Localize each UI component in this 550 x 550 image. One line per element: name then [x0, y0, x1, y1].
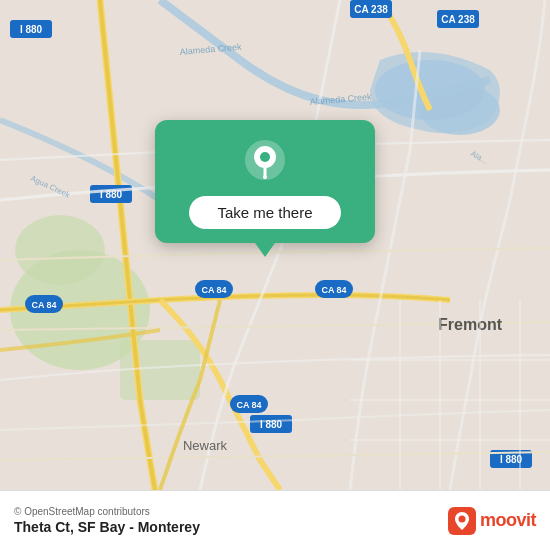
- bottom-bar: © OpenStreetMap contributors Theta Ct, S…: [0, 490, 550, 550]
- svg-text:I 880: I 880: [500, 454, 523, 465]
- map-container: I 880 I 880 I 880 I 880 CA 84 CA 84 CA 8…: [0, 0, 550, 490]
- popup-tail: [255, 243, 275, 257]
- svg-text:CA 84: CA 84: [321, 285, 346, 295]
- svg-text:CA 84: CA 84: [31, 300, 56, 310]
- svg-point-42: [263, 175, 267, 179]
- svg-text:CA 238: CA 238: [441, 14, 475, 25]
- svg-point-41: [260, 152, 270, 162]
- moovit-logo[interactable]: moovit: [448, 507, 536, 535]
- map-svg: I 880 I 880 I 880 I 880 CA 84 CA 84 CA 8…: [0, 0, 550, 490]
- svg-text:CA 84: CA 84: [201, 285, 226, 295]
- moovit-brand-icon: [448, 507, 476, 535]
- bottom-left: © OpenStreetMap contributors Theta Ct, S…: [14, 506, 200, 535]
- svg-text:CA 238: CA 238: [354, 4, 388, 15]
- location-pin-icon: [243, 138, 287, 182]
- location-title: Theta Ct, SF Bay - Monterey: [14, 519, 200, 535]
- svg-text:Fremont: Fremont: [438, 316, 503, 333]
- svg-point-2: [15, 215, 105, 285]
- take-me-there-button[interactable]: Take me there: [189, 196, 340, 229]
- popup-card: Take me there: [155, 120, 375, 243]
- svg-text:CA 84: CA 84: [236, 400, 261, 410]
- copyright-text: © OpenStreetMap contributors: [14, 506, 200, 517]
- svg-text:Newark: Newark: [183, 438, 228, 453]
- svg-point-44: [458, 515, 465, 522]
- moovit-brand-text: moovit: [480, 510, 536, 531]
- svg-text:I 880: I 880: [20, 24, 43, 35]
